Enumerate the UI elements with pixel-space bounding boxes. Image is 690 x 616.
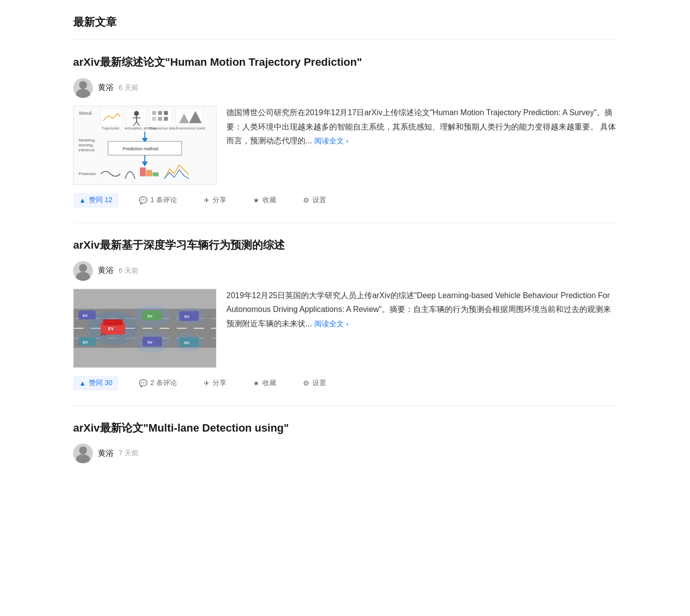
page-container: 最新文章 arXiv最新综述论文"Human Motion Trajectory… (63, 0, 627, 501)
svg-text:Prediction method: Prediction method (123, 146, 158, 151)
svg-rect-12 (152, 111, 156, 115)
article-1-collect-label: 收藏 (262, 196, 276, 205)
svg-text:learning,: learning, (79, 143, 93, 147)
svg-text:Environment model: Environment model (176, 127, 206, 130)
article-1-author-row: 黄浴 6 天前 (73, 78, 617, 98)
comment-icon-2: 💬 (139, 379, 147, 387)
settings-icon: ⚙ (303, 196, 309, 204)
article-2-time: 6 天前 (119, 266, 138, 275)
settings-icon-2: ⚙ (303, 379, 309, 387)
collect-icon: ★ (253, 196, 259, 204)
article-2-share-button[interactable]: ✈ 分享 (198, 376, 232, 391)
svg-text:SV: SV (147, 314, 153, 318)
article-2-image: EV SV SV SV S (73, 289, 216, 368)
article-2-share-label: 分享 (213, 379, 226, 388)
article-1-settings-label: 设置 (312, 196, 326, 205)
article-card-1: arXiv最新综述论文"Human Motion Trajectory Pred… (73, 40, 617, 223)
share-icon: ✈ (204, 196, 210, 204)
svg-text:Modeling,: Modeling, (79, 138, 95, 142)
article-1-collect-button[interactable]: ★ 收藏 (247, 193, 282, 208)
article-1-like-label: 赞同 12 (89, 196, 112, 205)
svg-text:SV: SV (184, 340, 189, 345)
svg-rect-41 (74, 289, 216, 308)
svg-text:Raw sensor data: Raw sensor data (150, 127, 175, 130)
comment-icon: 💬 (139, 196, 147, 204)
svg-text:Trajectories: Trajectories (102, 127, 120, 131)
svg-text:Stimuli: Stimuli (79, 111, 92, 116)
svg-text:EV: EV (101, 332, 106, 336)
svg-text:SV: SV (83, 313, 88, 318)
article-1-action-bar: ▲ 赞同 12 💬 1 条评论 ✈ 分享 ★ 收藏 ⚙ 设置 (73, 193, 617, 208)
article-1-title[interactable]: arXiv最新综述论文"Human Motion Trajectory Pred… (73, 55, 617, 70)
article-2-collect-label: 收藏 (262, 379, 276, 388)
avatar-article-3 (73, 443, 93, 463)
like-icon-2: ▲ (79, 379, 86, 387)
article-1-summary: 德国博世公司研究所在2019年12月17日arXiv上传综述论文"Human M… (226, 106, 617, 185)
article-1-share-button[interactable]: ✈ 分享 (198, 193, 232, 208)
svg-rect-34 (146, 170, 152, 176)
article-1-share-label: 分享 (213, 196, 226, 205)
svg-rect-13 (158, 111, 162, 115)
article-1-read-more[interactable]: 阅读全文 › (314, 136, 348, 145)
article-1-author[interactable]: 黄浴 (98, 83, 114, 93)
article-1-like-button[interactable]: ▲ 赞同 12 (73, 193, 118, 208)
article-1-content-row: Stimuli Trajectories Articulation, attri… (73, 106, 617, 185)
svg-text:EV: EV (108, 326, 114, 331)
article-3-author[interactable]: 黄浴 (98, 448, 114, 459)
article-3-title[interactable]: arXiv最新论文"Multi-lane Detection using" (73, 421, 617, 436)
svg-text:SV: SV (147, 340, 153, 344)
article-2-author-row: 黄浴 6 天前 (73, 261, 617, 281)
svg-text:SV: SV (83, 340, 88, 344)
svg-rect-15 (152, 117, 156, 121)
article-2-collect-button[interactable]: ★ 收藏 (247, 376, 282, 391)
article-2-comment-button[interactable]: 💬 2 条评论 (133, 376, 183, 391)
article-1-comment-button[interactable]: 💬 1 条评论 (133, 193, 183, 208)
article-1-comment-label: 1 条评论 (150, 196, 177, 205)
share-icon-2: ✈ (204, 379, 210, 387)
article-card-3: arXiv最新论文"Multi-lane Detection using" 黄浴… (73, 406, 617, 486)
svg-text:inference: inference (79, 148, 95, 152)
article-2-author[interactable]: 黄浴 (98, 265, 114, 276)
article-2-comment-label: 2 条评论 (150, 379, 177, 388)
article-2-read-more[interactable]: 阅读全文 › (314, 319, 348, 328)
svg-rect-16 (158, 117, 162, 121)
svg-rect-2 (101, 108, 123, 126)
svg-rect-33 (140, 167, 146, 176)
article-card-2: arXiv最新基于深度学习车辆行为预测的综述 黄浴 6 天前 (73, 223, 617, 406)
svg-rect-17 (164, 117, 168, 121)
article-2-settings-button[interactable]: ⚙ 设置 (297, 376, 332, 391)
article-2-like-button[interactable]: ▲ 赞同 30 (73, 376, 118, 391)
article-2-summary: 2019年12月25日英国的大学研究人员上传arXiv的综述"Deep Lear… (226, 289, 617, 368)
svg-point-5 (134, 111, 139, 116)
svg-rect-45 (103, 319, 123, 325)
avatar-article-2 (73, 261, 93, 281)
article-2-settings-label: 设置 (312, 379, 326, 388)
svg-rect-35 (153, 172, 159, 176)
article-2-action-bar: ▲ 赞同 30 💬 2 条评论 ✈ 分享 ★ 收藏 ⚙ 设置 (73, 376, 617, 391)
article-2-title[interactable]: arXiv最新基于深度学习车辆行为预测的综述 (73, 238, 617, 253)
collect-icon-2: ★ (253, 379, 259, 387)
like-icon: ▲ (79, 196, 86, 204)
article-3-time: 7 天前 (119, 449, 138, 458)
article-1-time: 6 天前 (119, 84, 138, 92)
svg-text:Prediction: Prediction (79, 171, 96, 176)
article-1-image: Stimuli Trajectories Articulation, attri… (73, 106, 216, 185)
article-1-settings-button[interactable]: ⚙ 设置 (297, 193, 332, 208)
avatar-article-1 (73, 78, 93, 98)
article-3-author-row: 黄浴 7 天前 (73, 443, 617, 463)
article-2-like-label: 赞同 30 (89, 379, 112, 388)
svg-rect-14 (164, 111, 168, 115)
section-title: 最新文章 (73, 15, 617, 30)
svg-text:SV: SV (184, 314, 189, 319)
article-2-content-row: EV SV SV SV S (73, 289, 617, 368)
